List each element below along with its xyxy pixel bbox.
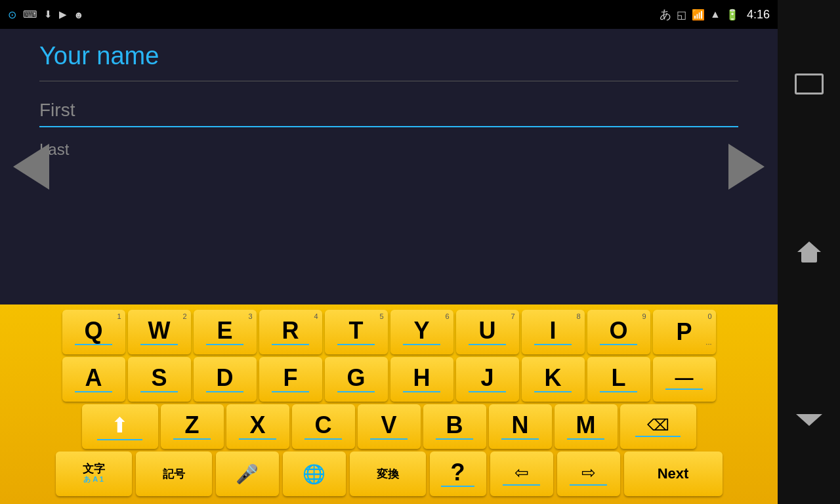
key-c[interactable]: C (292, 404, 355, 449)
key-z[interactable]: Z (161, 404, 224, 449)
key-convert[interactable]: 変換 (350, 452, 426, 496)
form-content: Your name Last (0, 29, 778, 304)
key-t[interactable]: 5 T (325, 310, 388, 354)
key-d[interactable]: D (194, 357, 257, 402)
wiko-icon: ⊙ (8, 9, 16, 21)
key-backspace[interactable]: ⌫ (620, 404, 696, 449)
sim-icon: ◱ (677, 9, 686, 21)
arrow-left-icon: ⇦ (514, 463, 529, 483)
key-q[interactable]: 1 Q (62, 310, 125, 354)
home-button[interactable] (789, 232, 829, 272)
nav-bar (778, 0, 840, 504)
key-f[interactable]: F (259, 357, 322, 402)
key-a[interactable]: A (62, 357, 125, 402)
keyboard-row-bottom: 文字 あ A 1 記号 🎤 🌐 変換 ? ⇦ (4, 452, 774, 496)
time-display: 4:16 (747, 8, 770, 22)
key-shift[interactable]: ⬆ (82, 404, 158, 449)
download-icon: ⬇ (44, 9, 52, 20)
recent-apps-button[interactable] (789, 64, 829, 104)
key-p[interactable]: 0 P ··· (653, 310, 716, 354)
key-n[interactable]: N (489, 404, 552, 449)
back-icon (796, 414, 822, 426)
status-icons-right: あ ◱ 📶 ▲ 🔋 4:16 (660, 7, 770, 22)
key-h[interactable]: H (390, 357, 453, 402)
recent-apps-icon (795, 74, 824, 94)
key-next[interactable]: Next (624, 452, 723, 496)
first-name-container (39, 94, 738, 127)
keyboard-row-2: A S D F G H J (4, 357, 774, 402)
keyboard-row-1: 1 Q 2 W 3 E 4 R 5 T (4, 310, 774, 354)
key-g[interactable]: G (325, 357, 388, 402)
key-question[interactable]: ? (430, 452, 486, 496)
last-name-label: Last (39, 140, 738, 159)
key-x[interactable]: X (226, 404, 289, 449)
key-symbols[interactable]: 記号 (136, 452, 212, 496)
arrow-right-icon: ⇨ (581, 463, 596, 483)
home-icon (797, 242, 821, 262)
android-icon: ☻ (74, 9, 84, 20)
key-e[interactable]: 3 E (194, 310, 257, 354)
shift-icon: ⬆ (111, 413, 129, 438)
key-l[interactable]: L (587, 357, 650, 402)
main-content: ⊙ ⌨ ⬇ ▶ ☻ あ ◱ 📶 ▲ 🔋 4:16 Your name Last (0, 0, 778, 504)
ime-indicator: あ (660, 7, 671, 22)
key-o[interactable]: 9 O (587, 310, 650, 354)
key-s[interactable]: S (128, 357, 191, 402)
key-j[interactable]: J (456, 357, 519, 402)
play-icon: ▶ (59, 9, 67, 20)
key-mic[interactable]: 🎤 (216, 452, 279, 496)
globe-icon: 🌐 (303, 463, 326, 485)
title-divider (39, 81, 738, 81)
key-u[interactable]: 7 U (456, 310, 519, 354)
keyboard-icon: ⌨ (23, 9, 37, 20)
keyboard-row-3: ⬆ Z X C V B N (4, 404, 774, 449)
prev-arrow[interactable] (13, 144, 49, 190)
key-m[interactable]: M (555, 404, 618, 449)
next-arrow[interactable] (728, 144, 765, 190)
battery-icon: 🔋 (726, 9, 739, 21)
wifi-icon: 📶 (692, 9, 705, 21)
key-v[interactable]: V (358, 404, 421, 449)
key-japanese-mode[interactable]: 文字 あ A 1 (56, 452, 132, 496)
keyboard: 1 Q 2 W 3 E 4 R 5 T (0, 304, 778, 504)
backspace-icon: ⌫ (647, 416, 669, 434)
key-arrow-left[interactable]: ⇦ (490, 452, 553, 496)
signal-icon: ▲ (710, 9, 721, 20)
status-bar: ⊙ ⌨ ⬇ ▶ ☻ あ ◱ 📶 ▲ 🔋 4:16 (0, 0, 778, 29)
status-icons-left: ⊙ ⌨ ⬇ ▶ ☻ (8, 9, 84, 21)
key-w[interactable]: 2 W (128, 310, 191, 354)
back-button[interactable] (789, 400, 829, 440)
key-r[interactable]: 4 R (259, 310, 322, 354)
key-arrow-right[interactable]: ⇨ (557, 452, 620, 496)
first-name-input[interactable] (39, 94, 738, 127)
key-i[interactable]: 8 I (522, 310, 585, 354)
key-y[interactable]: 6 Y (390, 310, 453, 354)
key-dash[interactable]: — (653, 357, 716, 402)
key-b[interactable]: B (423, 404, 486, 449)
key-k[interactable]: K (522, 357, 585, 402)
mic-icon: 🎤 (236, 463, 259, 485)
key-globe[interactable]: 🌐 (283, 452, 346, 496)
page-title: Your name (39, 42, 738, 70)
